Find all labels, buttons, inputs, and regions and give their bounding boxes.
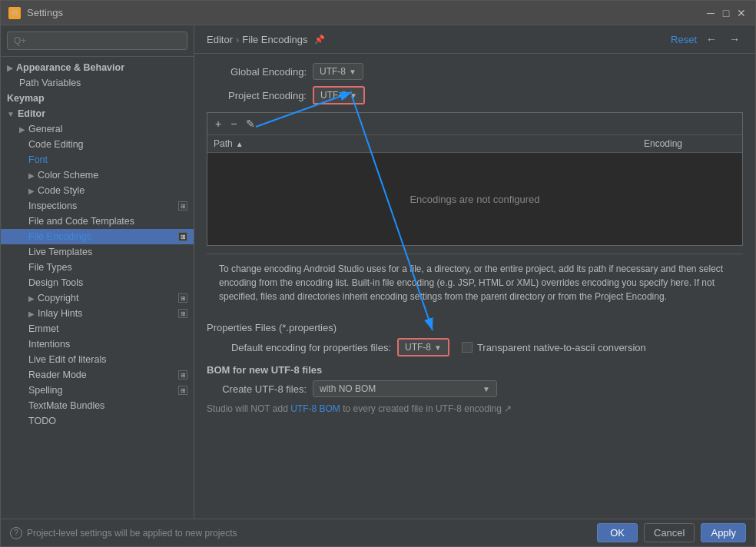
back-button[interactable]: ← — [703, 31, 720, 47]
add-button[interactable]: + — [212, 116, 224, 131]
indicator-icon: ⊞ — [178, 201, 187, 211]
sidebar-item-textmate[interactable]: TextMate Bundles — [1, 398, 194, 413]
breadcrumb-parent: Editor — [207, 34, 233, 45]
window-controls: ─ □ ✕ — [705, 7, 748, 19]
sidebar-item-design-tools[interactable]: Design Tools — [1, 275, 194, 290]
sidebar-item-editor[interactable]: ▼ Editor — [1, 106, 194, 121]
sidebar-item-live-edit[interactable]: Live Edit of literals — [1, 352, 194, 367]
bottom-bar: ? Project-level settings will be applied… — [1, 519, 755, 546]
chevron-right-icon: ▶ — [28, 171, 35, 180]
project-encoding-value: UTF-8 — [320, 90, 346, 101]
sidebar-item-label: Copyright — [38, 293, 79, 303]
close-button[interactable]: ✕ — [735, 7, 748, 19]
table-body: Encodings are not configured — [207, 153, 742, 245]
sidebar-item-keymap[interactable]: Keymap — [1, 91, 194, 106]
remove-button[interactable]: − — [227, 116, 240, 131]
sidebar-item-live-templates[interactable]: Live Templates — [1, 244, 194, 260]
maximize-button[interactable]: □ — [720, 7, 732, 19]
sidebar-item-general[interactable]: ▶ General — [1, 121, 194, 137]
project-encoding-row: Project Encoding: UTF-8 ▼ — [207, 86, 743, 104]
sidebar-item-reader-mode[interactable]: Reader Mode ⊞ — [1, 367, 194, 383]
create-utf8-label: Create UTF-8 files: — [207, 383, 307, 395]
title-bar-left: ⚙ Settings — [8, 7, 63, 19]
properties-section: Properties Files (*.properties) Default … — [207, 322, 743, 356]
create-utf8-dropdown[interactable]: with NO BOM ▼ — [313, 380, 497, 397]
sidebar-item-label: Design Tools — [28, 277, 83, 288]
apply-button[interactable]: Apply — [701, 523, 746, 542]
cancel-button[interactable]: Cancel — [644, 523, 695, 542]
table-toolbar: + − ✎ — [207, 113, 742, 135]
title-bar: ⚙ Settings ─ □ ✕ — [1, 1, 755, 25]
sidebar-item-spelling[interactable]: Spelling ⊞ — [1, 383, 194, 398]
sidebar-item-font[interactable]: Font — [1, 152, 194, 167]
settings-window: ⚙ Settings ─ □ ✕ ▶ Appearance & Behavior… — [0, 0, 756, 547]
nav-tree: ▶ Appearance & Behavior Path Variables K… — [1, 57, 194, 519]
global-encoding-value: UTF-8 — [320, 66, 346, 77]
edit-button[interactable]: ✎ — [243, 116, 258, 131]
sidebar-item-label: Reader Mode — [28, 370, 87, 380]
sidebar-item-code-style[interactable]: ▶ Code Style — [1, 183, 194, 198]
edit-icon: ✎ — [246, 118, 255, 130]
global-encoding-dropdown[interactable]: UTF-8 ▼ — [313, 63, 363, 80]
transparent-checkbox-row: Transparent native-to-ascii conversion — [462, 342, 646, 353]
dropdown-arrow-icon: ▼ — [349, 68, 356, 76]
sidebar-item-intentions[interactable]: Intentions — [1, 336, 194, 352]
minimize-button[interactable]: ─ — [705, 7, 717, 19]
chevron-right-icon: ▶ — [28, 187, 35, 195]
sidebar-item-label: Inspections — [28, 201, 77, 211]
create-utf8-row: Create UTF-8 files: with NO BOM ▼ — [207, 380, 743, 397]
sidebar-item-appearance[interactable]: ▶ Appearance & Behavior — [1, 60, 194, 75]
remove-icon: − — [230, 118, 237, 130]
dropdown-arrow-icon: ▼ — [482, 385, 490, 393]
sidebar-item-label: File and Code Templates — [28, 216, 134, 227]
studio-note: Studio will NOT add UTF-8 BOM to every c… — [207, 403, 743, 414]
default-encoding-dropdown[interactable]: UTF-8 ▼ — [397, 338, 449, 356]
properties-section-title: Properties Files (*.properties) — [207, 322, 743, 333]
sidebar-item-label: Keymap — [7, 93, 45, 104]
sidebar-item-code-editing[interactable]: Code Editing — [1, 137, 194, 152]
sidebar-item-label: Font — [28, 154, 48, 165]
breadcrumb-current: File Encodings — [242, 34, 307, 45]
chevron-right-icon: ▶ — [7, 64, 13, 72]
sidebar-item-label: General — [28, 124, 62, 134]
sidebar-item-color-scheme[interactable]: ▶ Color Scheme — [1, 167, 194, 183]
sidebar-item-label: TextMate Bundles — [28, 400, 104, 411]
ok-button[interactable]: OK — [597, 523, 638, 542]
global-encoding-row: Global Encoding: UTF-8 ▼ — [207, 63, 743, 80]
app-icon: ⚙ — [8, 7, 21, 19]
chevron-right-icon: ▶ — [28, 310, 35, 318]
sidebar-item-inspections[interactable]: Inspections ⊞ — [1, 198, 194, 214]
file-encodings-content: Global Encoding: UTF-8 ▼ Project Encodin… — [194, 54, 755, 519]
sidebar-item-file-encodings[interactable]: File Encodings ⊞ — [1, 229, 194, 244]
bom-section: BOM for new UTF-8 files Create UTF-8 fil… — [207, 364, 743, 414]
info-icon: ? — [10, 527, 22, 539]
indicator-icon: ⊞ — [178, 293, 187, 303]
utf8-bom-link[interactable]: UTF-8 BOM — [290, 403, 340, 414]
sidebar-item-emmet[interactable]: Emmet — [1, 321, 194, 336]
col-path: Path ▲ — [214, 138, 644, 149]
reset-button[interactable]: Reset — [671, 34, 697, 45]
breadcrumb: Editor › File Encodings 📌 — [207, 34, 325, 45]
search-input[interactable] — [7, 31, 187, 50]
transparent-checkbox[interactable] — [462, 342, 472, 353]
table-empty-message: Encodings are not configured — [410, 194, 539, 205]
indicator-icon: ⊞ — [178, 386, 187, 395]
sidebar-item-file-code-templates[interactable]: File and Code Templates — [1, 214, 194, 229]
sidebar-item-copyright[interactable]: ▶ Copyright ⊞ — [1, 290, 194, 306]
dropdown-arrow-icon: ▼ — [350, 91, 357, 100]
sidebar-item-file-types[interactable]: File Types — [1, 260, 194, 275]
sidebar-item-inlay-hints[interactable]: ▶ Inlay Hints ⊞ — [1, 306, 194, 321]
sidebar-item-todo[interactable]: TODO — [1, 413, 194, 429]
default-encoding-row: Default encoding for properties files: U… — [207, 338, 743, 356]
project-encoding-dropdown[interactable]: UTF-8 ▼ — [313, 86, 365, 104]
forward-button[interactable]: → — [726, 31, 743, 47]
sidebar-item-label: TODO — [28, 416, 56, 426]
sidebar-item-label: Editor — [18, 108, 45, 119]
indicator-icon: ⊞ — [178, 232, 187, 241]
sidebar-item-label: Code Editing — [28, 139, 84, 150]
chevron-down-icon: ▼ — [7, 110, 15, 118]
project-encoding-label: Project Encoding: — [207, 90, 307, 101]
main-content-area: ▶ Appearance & Behavior Path Variables K… — [1, 25, 755, 519]
sidebar-item-label: Spelling — [28, 385, 62, 396]
sidebar-item-path-variables[interactable]: Path Variables — [1, 75, 194, 91]
